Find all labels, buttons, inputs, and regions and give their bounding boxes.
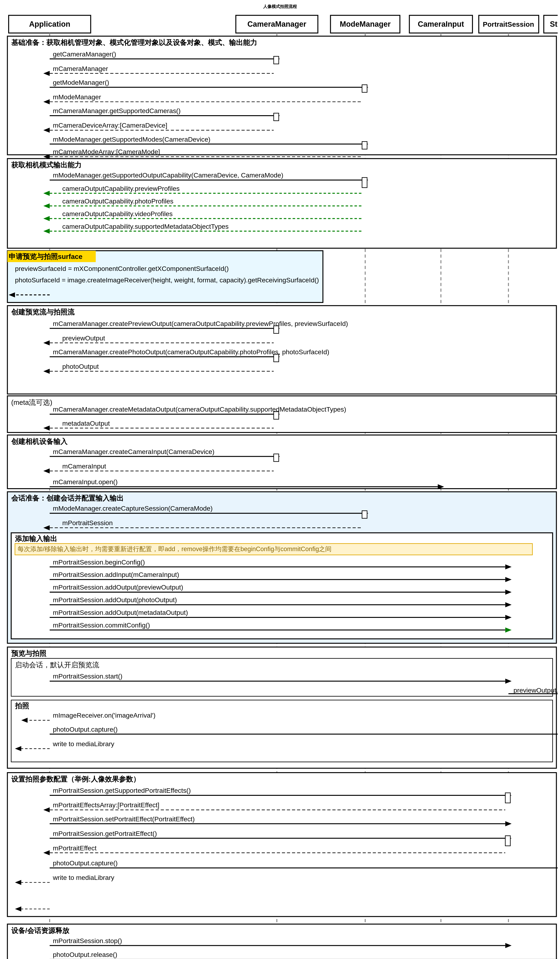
msg-s4b-1: mCameraManager.createMetadataOutput(came… <box>53 406 346 413</box>
lifeline-label-cm: CameraManager <box>247 20 307 28</box>
msg-s8-1: mPortraitSession.getSupportedPortraitEff… <box>53 787 191 794</box>
section-s7-label: 预览与拍照 <box>11 650 46 657</box>
msg-s1-4: mModeManager <box>53 93 101 101</box>
msg-s7b-2: photoOutput.capture() <box>53 726 118 733</box>
svg-rect-17 <box>362 142 367 149</box>
svg-rect-46 <box>274 412 279 419</box>
msg-s1-5: mCameraManager.getSupportedCameras() <box>53 107 181 115</box>
svg-rect-22 <box>362 177 367 188</box>
svg-rect-12 <box>274 113 279 121</box>
svg-rect-36 <box>274 326 279 333</box>
lifeline-label-ps: PortraitSession <box>483 21 534 28</box>
section-s7b-label: 拍照 <box>15 702 29 710</box>
msg-s4b-2: metadataOutput <box>62 419 110 427</box>
msg-s8-7: write to mediaLibrary <box>52 874 115 881</box>
msg-s2-2: cameraOutputCapability.previewProfiles <box>62 185 180 192</box>
lifeline-label-app: Application <box>29 20 70 28</box>
svg-rect-2 <box>274 56 279 64</box>
section-s8-label: 设置拍照参数配置（举例:人像效果参数） <box>11 775 140 783</box>
msg-s2-4: cameraOutputCapability.videoProfiles <box>62 210 173 218</box>
msg-s9-2: photoOutput.release() <box>53 951 117 958</box>
svg-rect-58 <box>362 511 367 518</box>
msg-s2-1: mModeManager.getSupportedOutputCapabilit… <box>53 171 283 179</box>
msg-s8-5: mPortraitEffect <box>53 844 97 852</box>
msg-s9-1: mPortraitSession.stop() <box>53 937 122 945</box>
lifeline-label-ci: CameraInput <box>418 20 464 28</box>
msg-s4-1: mCameraManager.createPreviewOutput(camer… <box>53 320 348 327</box>
msg-s6-2: mPortraitSession <box>62 519 113 527</box>
msg-s1-8: mCameraModeArray:[CameraMode] <box>53 148 160 156</box>
msg-s5-2: mCameraInput <box>62 462 106 470</box>
msg-s1-3: getModeManager() <box>53 79 109 86</box>
svg-rect-88 <box>505 793 511 803</box>
msg-s6-1: mModeManager.createCaptureSession(Camera… <box>53 505 213 512</box>
section-s3-label: 申请预览与拍照surface <box>9 253 83 260</box>
msg-s3-1: previewSurfaceId = mXComponentController… <box>15 265 229 272</box>
msg-s6b-2: mPortraitSession.addInput(mCameraInput) <box>53 571 179 578</box>
msg-s1-7: mModeManager.getSupportedModes(CameraDev… <box>53 135 210 143</box>
msg-s1-6: mCameraDeviceArray:[CameraDevice] <box>53 121 167 129</box>
section-s6b-label: 添加输入输出 <box>15 535 57 542</box>
svg-rect-51 <box>274 454 279 462</box>
svg-rect-41 <box>274 354 279 362</box>
msg-s1-2: mCameraManager <box>53 65 108 72</box>
msg-s6b-3: mPortraitSession.addOutput(previewOutput… <box>53 583 183 591</box>
msg-s5-3: mCameraInput.open() <box>53 478 118 486</box>
msg-s7a-1: mPortraitSession.start() <box>53 672 123 680</box>
section-s6-label: 会话准备：创建会话并配置输入输出 <box>11 494 124 502</box>
msg-s8-6: photoOutput.capture() <box>53 859 118 867</box>
section-s9-label: 设备/会话资源释放 <box>11 927 70 934</box>
msg-s2-3: cameraOutputCapability.photoProfiles <box>62 198 173 205</box>
msg-s8-2: mPortraitEffectsArray:[PortraitEffect] <box>53 801 159 809</box>
svg-rect-95 <box>505 836 511 846</box>
msg-s4-4: photoOutput <box>62 363 99 370</box>
msg-s7b-3: write to mediaLibrary <box>52 740 115 747</box>
section-s4b-label: (meta流可选) <box>11 398 52 406</box>
msg-s3-2: photoSurfaceId = image.createImageReceiv… <box>15 276 319 284</box>
svg-rect-7 <box>362 85 367 92</box>
msg-s4-2: previewOutput <box>62 335 105 342</box>
msg-s6b-1: mPortraitSession.beginConfig() <box>53 558 145 566</box>
msg-s6b-6: mPortraitSession.commitConfig() <box>53 621 150 629</box>
lifeline-label-mm: ModeManager <box>340 20 391 28</box>
section-s7a-label: 启动会话，默认开启预览流 <box>15 661 99 669</box>
section-s5-label: 创建相机设备输入 <box>11 438 68 445</box>
msg-s2-5: cameraOutputCapability.supportedMetadata… <box>62 223 229 230</box>
lifeline-label-st: Stream <box>550 20 558 28</box>
msg-s6b-5: mPortraitSession.addOutput(metadataOutpu… <box>53 609 188 616</box>
section-s2-label: 获取相机模式输出能力 <box>11 161 81 169</box>
msg-s6b-4: mPortraitSession.addOutput(photoOutput) <box>53 596 177 604</box>
msg-s5-1: mCameraManager.createCameraInput(CameraD… <box>53 448 215 456</box>
msg-s8-3: mPortraitSession.setPortraitEffect(Portr… <box>53 815 195 823</box>
section-s1-label: 基础准备：获取相机管理对象、模式化管理对象以及设备对象、模式、输出能力 <box>11 39 257 46</box>
warning-note: 每次添加/移除输入输出时，均需要重新进行配置，即add，remove操作均需要在… <box>18 545 332 553</box>
msg-s4-3: mCameraManager.createPhotoOutput(cameraO… <box>53 348 329 356</box>
msg-s7b-1: mImageReceiver.on('imageArrival') <box>53 712 156 719</box>
msg-s7a-2: previewOutput.start() <box>514 687 558 694</box>
page-title: 人像模式拍照流程 <box>0 0 560 12</box>
msg-s8-4: mPortraitSession.getPortraitEffect() <box>53 830 157 837</box>
msg-s1-1: getCameraManager() <box>53 50 116 58</box>
section-s4-label: 创建预览流与拍照流 <box>11 308 75 316</box>
